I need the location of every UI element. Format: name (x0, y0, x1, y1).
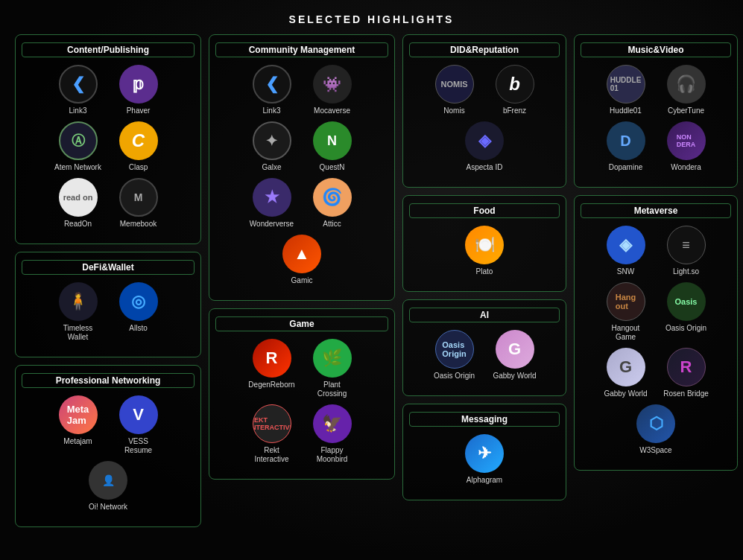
food-row-1: 🍽️ Plato (409, 226, 560, 276)
category-title-defi: DeFi&Wallet (22, 260, 195, 275)
item-huddle01[interactable]: HUDDLE01 Huddle01 (601, 65, 650, 115)
community-row-3: ★ Wonderverse 🌀 Atticc (215, 178, 388, 229)
item-readon[interactable]: read on ReadOn (54, 178, 102, 229)
item-questn[interactable]: N QuestN (308, 121, 356, 172)
metaverse-row-3: G Gabby World R Rosen Bridge (581, 348, 731, 398)
timeless-label: Timeless Wallet (54, 324, 102, 342)
item-atticc[interactable]: 🌀 Atticc (308, 178, 356, 229)
item-atem[interactable]: Ⓐ Atem Network (54, 121, 102, 172)
content-row-1: ❮ Link3 𝕡 Phaver (22, 65, 195, 115)
vess-label: VESS Resume (114, 437, 162, 455)
allsto-icon: ◎ (119, 282, 158, 321)
item-rekt[interactable]: REKTINTERACTIVE Rekt Interactive (247, 404, 296, 464)
nomis-label: Nomis (443, 106, 464, 115)
item-allsto[interactable]: ◎ Allsto (114, 282, 162, 342)
gabby-ai-icon: G (496, 330, 534, 369)
item-clasp[interactable]: C Clasp (114, 121, 162, 172)
item-vess[interactable]: V VESS Resume (114, 395, 162, 455)
category-title-food: Food (409, 203, 560, 218)
content-row-2: Ⓐ Atem Network C Clasp (22, 121, 195, 172)
phaver-label: Phaver (127, 106, 151, 115)
metaverse-row-4: ⬡ W3Space (581, 404, 731, 455)
link3-icon: ❮ (59, 65, 98, 104)
item-mocaverse[interactable]: 👾 Mocaverse (308, 65, 356, 115)
item-timeless[interactable]: 🧍 Timeless Wallet (54, 282, 102, 342)
item-plantcrossing[interactable]: 🌿 Plant Crossing (308, 339, 356, 398)
gamic-label: Gamic (291, 276, 313, 285)
aspecta-label: Aspecta ID (467, 163, 503, 172)
rekt-icon: REKTINTERACTIVE (253, 404, 291, 443)
category-metaverse: Metaverse ◈ SNW ≡ Light.so Hangout Hango… (574, 195, 738, 471)
lightso-icon: ≡ (667, 226, 706, 264)
item-oasis-ai[interactable]: OasisOrigin Oasis Origin (430, 330, 478, 381)
item-flappy[interactable]: 🦅 Flappy Moonbird (308, 404, 356, 464)
link3-label: Link3 (69, 106, 87, 115)
item-plato[interactable]: 🍽️ Plato (461, 226, 509, 276)
rekt-label: Rekt Interactive (247, 446, 296, 464)
link3-cm-icon: ❮ (253, 65, 291, 104)
item-w3space[interactable]: ⬡ W3Space (632, 404, 680, 455)
community-row-2: ✦ Galxe N QuestN (215, 121, 388, 172)
lightso-label: Light.so (673, 267, 699, 276)
plato-icon: 🍽️ (465, 226, 504, 264)
atem-icon: Ⓐ (59, 121, 98, 160)
category-title-content: Content/Publishing (22, 42, 195, 57)
item-wonderverse[interactable]: ★ Wonderverse (247, 178, 296, 229)
clasp-icon: C (119, 121, 158, 160)
category-messaging: Messaging ✈ Alphagram (402, 404, 566, 500)
hangout-label: Hangout Game (601, 324, 650, 342)
item-metajam[interactable]: MetaJam Metajam (54, 395, 102, 455)
snw-icon: ◈ (607, 226, 645, 264)
galxe-label: Galxe (262, 163, 281, 172)
item-gabbyworld2[interactable]: G Gabby World (601, 348, 650, 398)
item-lightso[interactable]: ≡ Light.so (662, 226, 710, 276)
music-row-2: D Dopamine NONDERA Wondera (581, 121, 731, 172)
item-phaver[interactable]: 𝕡 Phaver (114, 65, 162, 115)
item-cybertune[interactable]: 🎧 CyberTune (662, 65, 710, 115)
defi-row-1: 🧍 Timeless Wallet ◎ Allsto (22, 282, 195, 342)
mocaverse-label: Mocaverse (314, 106, 350, 115)
bfrenz-label: bFrenz (503, 106, 526, 115)
item-snw[interactable]: ◈ SNW (601, 226, 650, 276)
professional-row-1: MetaJam Metajam V VESS Resume (22, 395, 195, 455)
category-title-game: Game (215, 316, 388, 331)
memebook-icon: M (119, 178, 158, 217)
item-bfrenz[interactable]: b bFrenz (490, 65, 539, 115)
item-hangout[interactable]: Hangout Hangout Game (601, 282, 650, 342)
gabbyworld2-icon: G (607, 348, 645, 386)
nomis-icon: NOMIS (435, 65, 474, 104)
item-nomis[interactable]: NOMIS Nomis (430, 65, 478, 115)
item-dopamine[interactable]: D Dopamine (601, 121, 650, 172)
item-degenreborn[interactable]: R DegenReborn (247, 339, 296, 398)
category-professional: Professional Networking MetaJam Metajam … (15, 365, 201, 527)
dopamine-label: Dopamine (609, 163, 643, 172)
oi-label: Oi! Network (89, 503, 127, 512)
item-gamic[interactable]: ▲ Gamic (278, 235, 326, 285)
readon-label: ReadOn (64, 220, 92, 229)
item-wondera[interactable]: NONDERA Wondera (662, 121, 710, 172)
main-grid: Content/Publishing ❮ Link3 𝕡 Phaver Ⓐ At… (0, 34, 743, 527)
category-game: Game R DegenReborn 🌿 Plant Crossing REKT… (209, 308, 395, 480)
item-alphagram[interactable]: ✈ Alphagram (461, 434, 509, 485)
w3space-label: W3Space (639, 446, 671, 455)
metajam-icon: MetaJam (59, 395, 98, 434)
flappy-icon: 🦅 (313, 404, 352, 443)
oasisorigin-label: Oasis Origin (665, 324, 706, 333)
item-gabby-ai[interactable]: G Gabby World (490, 330, 539, 381)
item-link3-cm[interactable]: ❮ Link3 (247, 65, 296, 115)
wondera-label: Wondera (671, 163, 701, 172)
item-aspecta[interactable]: ◈ Aspecta ID (461, 121, 509, 172)
gabby-ai-label: Gabby World (493, 372, 536, 381)
item-galxe[interactable]: ✦ Galxe (247, 121, 296, 172)
metaverse-row-1: ◈ SNW ≡ Light.so (581, 226, 731, 276)
item-oasisorigin[interactable]: Oasis Oasis Origin (662, 282, 710, 342)
oi-icon: 👤 (89, 461, 127, 500)
column-mid2: DID&Reputation NOMIS Nomis b bFrenz ◈ As… (402, 34, 566, 527)
did-row-1: NOMIS Nomis b bFrenz (409, 65, 560, 115)
category-community: Community Management ❮ Link3 👾 Mocaverse… (209, 34, 395, 301)
item-rosen[interactable]: R Rosen Bridge (662, 348, 710, 398)
item-oi[interactable]: 👤 Oi! Network (84, 461, 133, 512)
item-memebook[interactable]: M Memebook (114, 178, 162, 229)
item-link3[interactable]: ❮ Link3 (54, 65, 102, 115)
wonderverse-label: Wonderverse (250, 220, 294, 229)
